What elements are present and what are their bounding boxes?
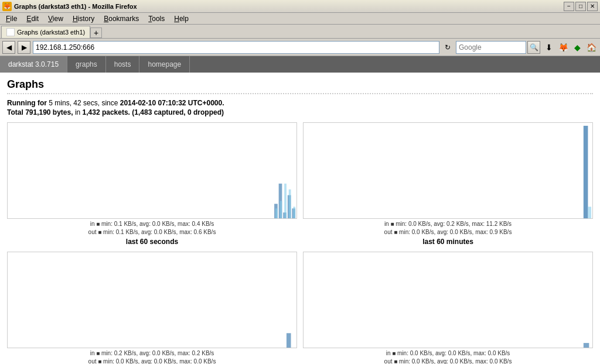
menu-tools[interactable]: Tools — [144, 13, 169, 24]
menu-history[interactable]: History — [68, 13, 99, 24]
running-duration: 5 mins, 42 secs, — [49, 99, 100, 107]
since-date: 2014-02-10 07:10:32 UTC+0000. — [120, 99, 224, 107]
graph-24hr: in ■ min: 0.2 KB/s, avg: 0.0 KB/s, max: … — [7, 252, 297, 364]
menu-bookmarks[interactable]: Bookmarks — [99, 13, 144, 24]
title-bar: 🦊 Graphs (darkstat3 eth1) - Mozilla Fire… — [0, 0, 600, 13]
svg-rect-10 — [584, 126, 588, 218]
graph-stats-60min-in: in ■ min: 0.0 KB/s, avg: 0.2 KB/s, max: … — [384, 220, 512, 236]
app-tab-darkstat[interactable]: darkstat 3.0.715 — [0, 56, 67, 73]
graph-canvas-60min — [303, 122, 593, 219]
total-bytes: 791,190 bytes, — [25, 108, 73, 116]
graph-canvas-60sec — [7, 122, 297, 219]
tab-label: Graphs (darkstat3 eth1) — [17, 29, 85, 36]
forward-button[interactable]: ▶ — [18, 41, 30, 54]
graph-stats-24hr-in: in ■ min: 0.2 KB/s, avg: 0.0 KB/s, max: … — [88, 349, 216, 364]
page-title: Graphs — [7, 78, 593, 94]
menu-file[interactable]: File — [1, 13, 22, 24]
status-running: Running for 5 mins, 42 secs, since 2014-… — [7, 99, 593, 107]
app-tab-graphs[interactable]: graphs — [67, 56, 106, 73]
graph-canvas-24hr — [7, 252, 297, 348]
browser-tab-bar: Graphs (darkstat3 eth1) + — [0, 25, 600, 39]
running-label: Running for — [7, 99, 47, 107]
graph-canvas-31days — [303, 252, 593, 348]
app-nav: darkstat 3.0.715 graphs hosts homepage — [0, 56, 600, 73]
captured-info: (1,483 captured, 0 dropped) — [132, 108, 224, 116]
window-title: Graphs (darkstat3 eth1) - Mozilla Firefo… — [14, 3, 137, 10]
browser-tab[interactable]: Graphs (darkstat3 eth1) — [1, 26, 90, 38]
total-label: Total — [7, 108, 23, 116]
firefox-icon: 🦊 — [557, 41, 570, 54]
total-packets: 1,432 packets. — [83, 108, 130, 116]
minimize-button[interactable]: − — [564, 2, 574, 11]
new-tab-button[interactable]: + — [90, 28, 102, 38]
svg-rect-6 — [280, 201, 282, 218]
home-button[interactable]: 🏠 — [585, 41, 598, 54]
graph-60min: in ■ min: 0.0 KB/s, avg: 0.2 KB/s, max: … — [303, 122, 593, 246]
app-tab-hosts[interactable]: hosts — [106, 56, 140, 73]
refresh-button[interactable]: ↻ — [442, 42, 454, 53]
svg-rect-12 — [287, 333, 291, 348]
content-area: Graphs Running for 5 mins, 42 secs, sinc… — [0, 73, 600, 364]
address-input[interactable] — [33, 41, 439, 54]
maximize-button[interactable]: □ — [575, 2, 586, 11]
tab-favicon — [6, 28, 15, 36]
app-icon: 🦊 — [2, 2, 12, 11]
graph-31days: in ■ min: 0.0 KB/s, avg: 0.0 KB/s, max: … — [303, 252, 593, 364]
back-button[interactable]: ◀ — [2, 41, 15, 54]
menu-help[interactable]: Help — [169, 13, 193, 24]
graph-label-60min: last 60 minutes — [422, 238, 473, 246]
nav-bar: ◀ ▶ ↻ 🔍 ⬇ 🦊 ◆ 🏠 — [0, 39, 600, 56]
search-button[interactable]: 🔍 — [527, 41, 540, 54]
since-label: since — [101, 99, 118, 107]
download-icon[interactable]: ⬇ — [543, 41, 555, 54]
in-label: in — [75, 108, 80, 116]
app-tab-homepage[interactable]: homepage — [139, 56, 190, 73]
svg-rect-13 — [584, 343, 589, 348]
menu-view[interactable]: View — [43, 13, 68, 24]
status-total: Total 791,190 bytes, in 1,432 packets. (… — [7, 108, 593, 116]
graph-60sec: in ■ min: 0.1 KB/s, avg: 0.0 KB/s, max: … — [7, 122, 297, 246]
svg-rect-8 — [289, 190, 291, 218]
search-input[interactable] — [456, 41, 526, 54]
svg-rect-7 — [284, 184, 287, 218]
svg-rect-11 — [588, 207, 591, 218]
graphs-grid: in ■ min: 0.1 KB/s, avg: 0.0 KB/s, max: … — [7, 122, 593, 364]
graph-stats-60sec-in: in ■ min: 0.1 KB/s, avg: 0.0 KB/s, max: … — [88, 220, 216, 236]
svg-rect-9 — [293, 207, 295, 218]
close-button[interactable]: ✕ — [587, 2, 598, 11]
graph-stats-31days-in: in ■ min: 0.0 KB/s, avg: 0.0 KB/s, max: … — [384, 349, 512, 364]
svg-rect-5 — [275, 208, 278, 218]
menu-edit[interactable]: Edit — [22, 13, 43, 24]
green-icon: ◆ — [571, 41, 584, 54]
menu-bar: File Edit View History Bookmarks Tools H… — [0, 13, 600, 25]
graph-label-60sec: last 60 seconds — [126, 238, 178, 246]
